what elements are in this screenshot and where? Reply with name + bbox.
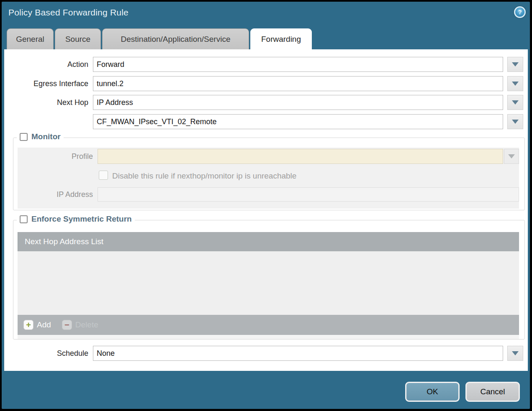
delete-button: − Delete [62, 320, 98, 330]
enforce-symmetric-return-checkbox[interactable] [20, 215, 28, 223]
next-hop-type-select[interactable] [93, 95, 503, 110]
schedule-label: Schedule [4, 346, 88, 361]
schedule-dropdown-button[interactable] [507, 346, 523, 361]
dialog-title: Policy Based Forwarding Rule [8, 8, 129, 18]
disable-rule-checkbox [99, 171, 108, 180]
chevron-down-icon [512, 351, 519, 355]
egress-interface-dropdown-button[interactable] [507, 76, 523, 91]
next-hop-address-dropdown-button[interactable] [507, 114, 523, 129]
table-bottom-strip [18, 335, 519, 339]
tab-general[interactable]: General [7, 28, 54, 49]
egress-interface-select[interactable] [93, 76, 503, 91]
monitor-legend-label: Monitor [31, 132, 61, 141]
monitor-ip-address-label: IP Address [4, 187, 93, 202]
tab-destination-label: Destination/Application/Service [121, 35, 231, 44]
chevron-down-icon [512, 62, 519, 66]
action-select[interactable] [93, 57, 503, 72]
chevron-down-icon [508, 154, 515, 158]
plus-icon: + [23, 320, 33, 330]
tab-general-label: General [16, 35, 44, 44]
next-hop-type-dropdown-button[interactable] [507, 95, 523, 110]
add-button[interactable]: + Add [23, 320, 51, 330]
profile-label: Profile [4, 149, 93, 164]
next-hop-address-select[interactable] [93, 114, 503, 129]
enforce-symmetric-return-legend: Enforce Symmetric Return [17, 214, 135, 224]
chevron-down-icon [512, 120, 519, 124]
minus-icon: − [62, 320, 72, 330]
egress-interface-label: Egress Interface [4, 76, 88, 91]
forwarding-tab-panel: Action Egress Interface Next Hop Monitor [4, 49, 528, 371]
chevron-down-icon [512, 82, 519, 86]
profile-select [98, 149, 503, 164]
help-icon[interactable]: ? [514, 6, 526, 18]
tab-source[interactable]: Source [55, 28, 101, 49]
schedule-select[interactable] [93, 346, 503, 361]
action-label: Action [4, 57, 88, 72]
policy-based-forwarding-dialog: Policy Based Forwarding Rule ? General S… [2, 2, 530, 409]
next-hop-address-list-header: Next Hop Address List [18, 232, 519, 251]
tab-forwarding[interactable]: Forwarding [250, 28, 312, 49]
profile-dropdown-button [504, 149, 519, 164]
disable-rule-label: Disable this rule if nexthop/monitor ip … [112, 171, 296, 181]
cancel-button[interactable]: Cancel [465, 382, 520, 402]
delete-button-label: Delete [75, 320, 98, 329]
enforce-symmetric-return-label: Enforce Symmetric Return [31, 214, 132, 224]
next-hop-address-list-toolbar: + Add − Delete [18, 315, 519, 335]
next-hop-address-list-body[interactable] [18, 251, 519, 315]
monitor-checkbox[interactable] [20, 133, 28, 141]
ok-button[interactable]: OK [405, 382, 460, 402]
chevron-down-icon [512, 100, 519, 105]
tab-forwarding-label: Forwarding [261, 35, 301, 44]
monitor-ip-address-input [98, 187, 519, 202]
tab-source-label: Source [65, 35, 90, 44]
next-hop-label: Next Hop [4, 95, 88, 110]
action-dropdown-button[interactable] [507, 57, 523, 72]
tab-destination-application-service[interactable]: Destination/Application/Service [102, 28, 249, 49]
monitor-legend: Monitor [17, 132, 64, 141]
add-button-label: Add [37, 320, 51, 329]
